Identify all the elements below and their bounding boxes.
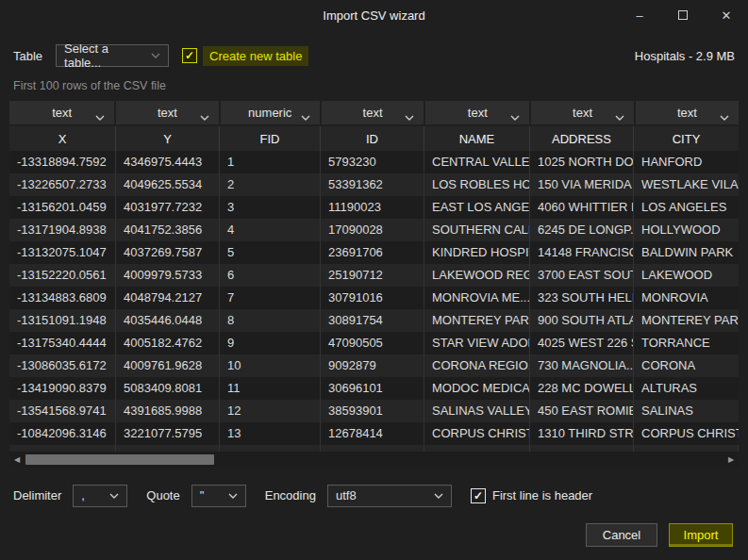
table-cell: 4060 WHITTIER B...: [530, 196, 634, 219]
close-icon: ✕: [722, 8, 732, 23]
chevron-down-icon: [228, 493, 238, 499]
dialog-actions: Cancel Import: [0, 523, 748, 547]
table-cell: -13151091.1948: [9, 309, 116, 332]
table-cell: CENTRAL VALLEY...: [424, 151, 530, 173]
column-type-select[interactable]: text: [425, 101, 529, 124]
maximize-button[interactable]: [661, 0, 705, 30]
chevron-down-icon: [405, 109, 414, 124]
table-cell: MONTEREY PARK...: [424, 309, 530, 332]
partial-row: [9, 445, 739, 452]
column-type-select[interactable]: text: [322, 101, 424, 124]
table-cell: -13419090.8379: [9, 377, 116, 400]
table-cell: [424, 445, 530, 452]
first-line-header-label[interactable]: First line is header: [492, 488, 592, 502]
column-header-cell: CITY: [634, 126, 739, 151]
grid-body: -13318894.75924346975.444315793230CENTRA…: [9, 151, 739, 445]
table-cell: SOUTHERN CALI...: [424, 219, 530, 241]
scroll-left-button[interactable]: ◀: [9, 452, 25, 468]
table-cell: 4041752.3856: [116, 219, 220, 241]
table-cell: -10842096.3146: [9, 422, 116, 445]
table-cell: MONROVIA: [634, 287, 739, 309]
column-type-value: numeric: [248, 106, 291, 120]
table-cell: LOS ANGELES: [634, 196, 739, 219]
import-button[interactable]: Import: [669, 523, 733, 547]
column-type-value: text: [677, 106, 697, 120]
type-row: texttextnumerictexttexttexttext: [9, 101, 739, 124]
table-cell: 17090028: [321, 219, 424, 241]
table-cell: HOLLYWOOD: [634, 219, 739, 241]
table-row: -13419090.83795083409.80811130696101MODO…: [9, 377, 739, 400]
first-line-header-checkbox[interactable]: ✓: [471, 488, 486, 503]
table-cell: 8: [220, 309, 321, 332]
quote-select[interactable]: ": [191, 485, 246, 507]
column-type-select[interactable]: text: [636, 101, 739, 124]
create-new-table-checkbox[interactable]: ✓: [182, 48, 197, 63]
minimize-button[interactable]: –: [618, 0, 661, 30]
create-new-table-label[interactable]: Create new table: [203, 46, 308, 66]
column-type-value: text: [468, 106, 488, 120]
table-row: -13175340.44444005182.4762947090505STAR …: [9, 332, 739, 354]
column-type-select[interactable]: text: [531, 101, 633, 124]
horizontal-scrollbar[interactable]: ◀ ▶: [9, 452, 739, 468]
table-cell: 9092879: [321, 354, 424, 377]
scrollbar-thumb[interactable]: [25, 454, 214, 465]
table-cell: 4031977.7232: [116, 196, 220, 219]
table-row: -13318894.75924346975.444315793230CENTRA…: [9, 151, 739, 173]
check-icon: ✓: [474, 489, 483, 502]
table-cell: [530, 445, 634, 452]
table-cell: -13318894.7592: [9, 151, 116, 173]
table-cell: STAR VIEW ADOL...: [424, 332, 530, 354]
table-cell: 11190023: [321, 196, 424, 219]
table-cell: EAST LOS ANGEL...: [424, 196, 530, 219]
maximize-icon: [678, 10, 688, 20]
triangle-left-icon: ◀: [14, 455, 20, 464]
scroll-right-button[interactable]: ▶: [723, 452, 739, 468]
table-cell: [220, 445, 321, 452]
table-cell: KINDRED HOSPIT...: [424, 241, 530, 264]
table-cell: 4346975.4443: [116, 151, 220, 173]
encoding-label: Encoding: [265, 488, 316, 502]
column-type-select[interactable]: numeric: [221, 101, 320, 124]
table-cell: 14148 FRANCISQ...: [530, 241, 634, 264]
column-type-value: text: [52, 106, 72, 120]
table-cell: 30891754: [321, 309, 424, 332]
table-cell: 6: [220, 264, 321, 287]
table-cell: ALTURAS: [634, 377, 739, 400]
chevron-down-icon: [200, 109, 209, 124]
table-cell: 4025 WEST 226 S...: [530, 332, 634, 354]
close-button[interactable]: ✕: [705, 0, 748, 30]
table-cell: 4391685.9988: [116, 400, 220, 422]
column-header-cell: X: [9, 126, 116, 151]
cancel-button[interactable]: Cancel: [586, 523, 657, 547]
chevron-down-icon: [510, 109, 520, 124]
column-header-cell: ID: [321, 126, 424, 151]
table-select[interactable]: Select a table...: [56, 44, 169, 67]
table-row: -13541568.97414391685.99881238593901SALI…: [9, 400, 739, 422]
column-type-select[interactable]: text: [9, 101, 114, 124]
table-cell: 323 SOUTH HELI...: [530, 287, 634, 309]
table-cell: [116, 445, 220, 452]
table-cell: 4048794.2127: [116, 287, 220, 309]
encoding-value: utf8: [336, 488, 357, 502]
column-type-select[interactable]: text: [116, 101, 218, 124]
encoding-select[interactable]: utf8: [327, 485, 452, 507]
table-cell: 5083409.8081: [116, 377, 220, 400]
table-cell: -13132075.1047: [9, 241, 116, 264]
table-cell: BALDWIN PARK: [634, 241, 739, 264]
delimiter-select[interactable]: ,: [73, 485, 127, 507]
csv-options: Delimiter , Quote " Encoding utf8 ✓ Firs: [0, 483, 748, 508]
table-cell: 1: [220, 151, 321, 173]
table-cell: MODOC MEDICA...: [424, 377, 530, 400]
table-cell: CORONA: [634, 354, 739, 377]
minimize-icon: –: [636, 8, 642, 23]
table-toolbar: Table Select a table... ✓ Create new tab…: [0, 43, 748, 68]
table-cell: 7: [220, 287, 321, 309]
table-cell: 30791016: [321, 287, 424, 309]
table-cell: 3221077.5795: [116, 422, 220, 445]
table-cell: -13086035.6172: [9, 354, 116, 377]
table-cell: SALINAS VALLEY...: [424, 400, 530, 422]
chevron-down-icon: [434, 493, 443, 499]
table-label: Table: [13, 49, 42, 63]
table-cell: [321, 445, 424, 452]
table-cell: 6245 DE LONGP...: [530, 219, 634, 241]
